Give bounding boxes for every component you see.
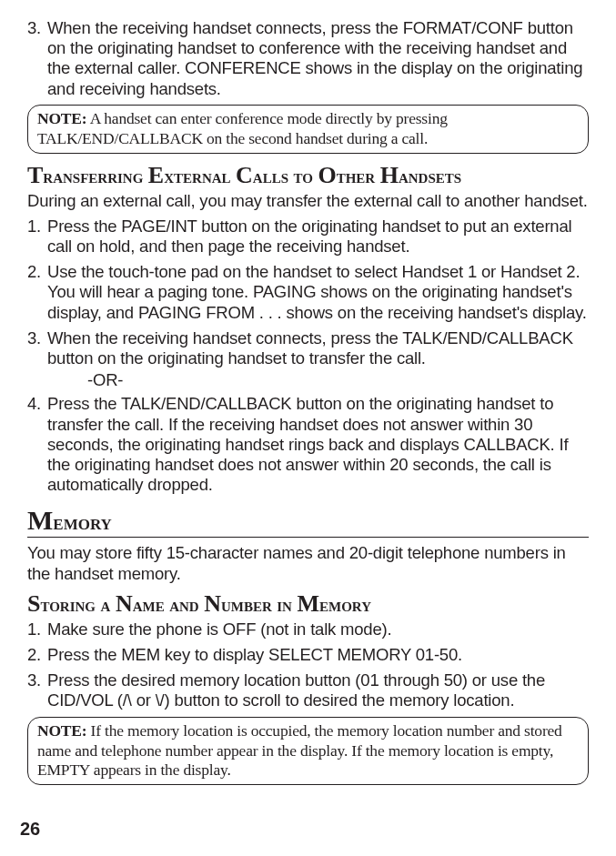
- list-item: 2. Use the touch-tone pad on the handset…: [27, 262, 589, 323]
- list-item: 3. When the receiving handset connects, …: [27, 18, 589, 99]
- note-box-conference: NOTE: A handset can enter conference mod…: [27, 105, 589, 154]
- step-number: 3.: [27, 18, 41, 38]
- heading-transferring: Transferring External Calls to Other Han…: [27, 161, 589, 189]
- step-number: 3.: [27, 670, 41, 690]
- step-text: When the receiving handset connects, pre…: [47, 328, 573, 368]
- step-text: Press the TALK/END/CALLBACK button on th…: [47, 394, 568, 494]
- step-text: Press the desired memory location button…: [47, 670, 545, 710]
- note-text: A handset can enter conference mode dire…: [37, 109, 448, 147]
- list-item: 2. Press the MEM key to display SELECT M…: [27, 645, 589, 665]
- step-number: 4.: [27, 394, 41, 414]
- step-text: When the receiving handset connects, pre…: [47, 18, 582, 98]
- transfer-steps-cont: 4. Press the TALK/END/CALLBACK button on…: [27, 394, 589, 495]
- list-item: 4. Press the TALK/END/CALLBACK button on…: [27, 394, 589, 495]
- conference-steps-continued: 3. When the receiving handset connects, …: [27, 18, 589, 99]
- list-item: 3. Press the desired memory location but…: [27, 670, 589, 710]
- note-label: NOTE:: [37, 109, 86, 127]
- list-item: 1. Make sure the phone is OFF (not in ta…: [27, 619, 589, 639]
- memory-steps: 1. Make sure the phone is OFF (not in ta…: [27, 619, 589, 711]
- step-text: Press the MEM key to display SELECT MEMO…: [47, 645, 462, 664]
- note-text: If the memory location is occupied, the …: [37, 721, 562, 780]
- step-text: Make sure the phone is OFF (not in talk …: [47, 619, 391, 639]
- page-number: 26: [20, 819, 40, 840]
- or-divider: -OR-: [87, 370, 589, 390]
- memory-intro: You may store fifty 15-character names a…: [27, 543, 589, 583]
- heading-memory: Memory: [27, 504, 589, 538]
- note-box-memory: NOTE: If the memory location is occupied…: [27, 717, 589, 786]
- step-number: 2.: [27, 645, 41, 665]
- step-number: 2.: [27, 262, 41, 282]
- step-text: Press the PAGE/INT button on the origina…: [47, 217, 571, 256]
- list-item: 1. Press the PAGE/INT button on the orig…: [27, 217, 589, 257]
- step-text: Use the touch-tone pad on the handset to…: [47, 262, 587, 321]
- step-number: 3.: [27, 328, 41, 348]
- note-label: NOTE:: [37, 721, 86, 740]
- transfer-intro: During an external call, you may transfe…: [27, 191, 589, 211]
- step-number: 1.: [27, 217, 41, 237]
- step-number: 1.: [27, 619, 41, 639]
- list-item: 3. When the receiving handset connects, …: [27, 328, 589, 368]
- transfer-steps: 1. Press the PAGE/INT button on the orig…: [27, 217, 589, 368]
- heading-storing: Storing a Name and Number in Memory: [27, 589, 589, 618]
